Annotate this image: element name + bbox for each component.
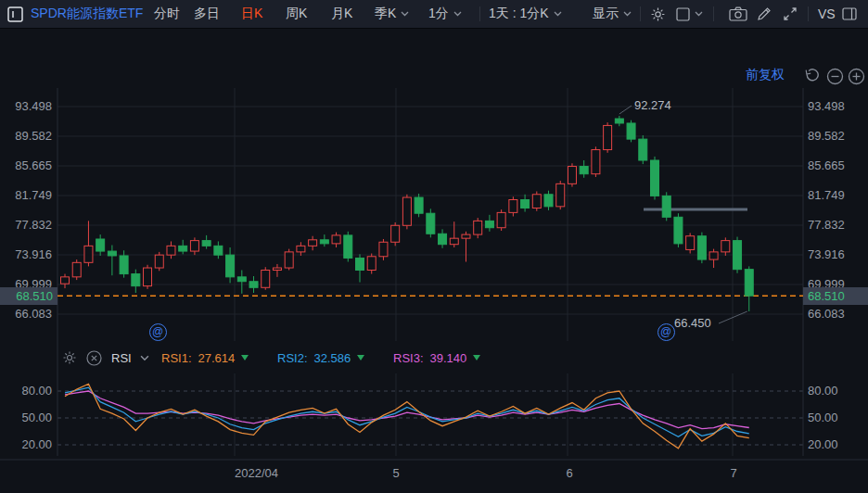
camera-screenshot-icon[interactable] <box>729 0 747 28</box>
rsi3-label: RSI3: <box>393 351 424 365</box>
y-axis-label: 93.498 <box>0 99 52 114</box>
toolbar-divider <box>808 6 809 21</box>
y-axis-label: 93.498 <box>808 99 845 114</box>
rsi1-label: RSI1: <box>161 351 192 365</box>
y-axis-label: 81.749 <box>808 188 845 203</box>
toolbar-divider <box>640 6 641 21</box>
rsi-axis-label: 50.00 <box>0 411 52 425</box>
y-axis-label: 85.665 <box>0 158 52 173</box>
chevron-down-icon <box>401 11 409 17</box>
rsi-axis-label: 20.00 <box>808 437 838 452</box>
y-axis-label: 73.916 <box>808 247 845 262</box>
y-axis-label: 73.916 <box>0 247 52 262</box>
rsi2-value: 32.586 <box>314 351 351 365</box>
toolbar-divider <box>479 6 480 21</box>
chevron-down-icon[interactable] <box>140 347 149 369</box>
rsi1-value: 27.614 <box>198 351 236 365</box>
tab-daily-k[interactable]: 日K <box>241 0 262 28</box>
zoom-out-icon[interactable] <box>825 67 844 85</box>
adjust-mode-selector[interactable]: 前复权 <box>746 67 785 83</box>
tab-intraday[interactable]: 分时 <box>154 0 180 28</box>
x-axis-label: 5 <box>392 466 399 480</box>
tab-weekly-k[interactable]: 周K <box>286 0 307 28</box>
rsi-close-icon[interactable] <box>86 347 102 369</box>
rsi-indicator-name[interactable]: RSI <box>111 347 132 369</box>
rsi2-readout: RSI2: 32.586 <box>277 347 364 369</box>
undo-icon[interactable] <box>801 67 820 85</box>
low-price-annotation: 66.450 <box>674 316 711 330</box>
chevron-down-icon <box>623 11 632 17</box>
display-menu-label: 显示 <box>593 6 619 22</box>
triangle-down-icon <box>473 355 480 360</box>
display-menu[interactable]: 显示 <box>593 0 632 28</box>
rsi-axis-label: 80.00 <box>0 384 52 398</box>
y-axis-label: 81.749 <box>0 188 52 203</box>
linked-period-label: 1天 : 1分K <box>489 6 549 22</box>
y-axis-label: 77.832 <box>0 218 52 233</box>
chevron-down-icon <box>453 11 462 17</box>
rsi1-readout: RSI1: 27.614 <box>161 347 249 369</box>
side-panel-toggle-icon[interactable] <box>842 0 857 28</box>
zoom-in-icon[interactable] <box>847 67 865 85</box>
y-axis-label: 85.665 <box>808 158 845 173</box>
high-price-annotation: 92.274 <box>634 98 671 112</box>
fullscreen-expand-icon[interactable] <box>783 0 798 28</box>
x-axis-label: 7 <box>730 466 736 480</box>
tab-quarterly-k[interactable]: 季K <box>375 0 409 28</box>
chevron-down-icon <box>695 11 703 17</box>
tab-monthly-k[interactable]: 月K <box>331 0 352 28</box>
y-axis-label: 66.083 <box>808 307 845 322</box>
x-axis-label: 6 <box>566 466 572 480</box>
triangle-down-icon <box>241 355 249 360</box>
chart-layout-icon[interactable] <box>676 0 703 28</box>
event-marker-icon[interactable]: @ <box>149 323 167 341</box>
chart-plot-area[interactable] <box>57 88 803 341</box>
y-axis-label: 66.083 <box>0 307 52 322</box>
symbol-title[interactable]: SPDR能源指数ETF <box>31 0 143 28</box>
current-price-label-right: 68.510 <box>803 287 868 305</box>
rsi2-label: RSI2: <box>277 351 308 365</box>
chevron-down-icon <box>554 11 562 17</box>
vs-compare-button[interactable]: VS <box>818 0 836 28</box>
y-axis-label: 77.832 <box>808 218 845 233</box>
event-marker-icon[interactable]: @ <box>657 323 675 341</box>
triangle-down-icon <box>357 355 364 360</box>
rsi3-readout: RSI3: 39.140 <box>393 347 480 369</box>
tab-minute-period-label: 1分 <box>428 6 449 22</box>
rsi-axis-label: 50.00 <box>808 411 838 425</box>
y-axis-label: 89.582 <box>808 129 845 144</box>
settings-gear-icon[interactable] <box>650 0 666 28</box>
toolbar-divider <box>713 6 714 21</box>
top-toolbar: SPDR能源指数ETF 分时 多日 日K 周K 月K 季K 1分 1天 : 1分… <box>0 0 868 29</box>
y-axis-label: 89.582 <box>0 129 52 144</box>
rsi-axis-label: 20.00 <box>0 437 52 452</box>
window-layout-icon[interactable] <box>7 0 23 28</box>
linked-period-selector[interactable]: 1天 : 1分K <box>489 0 562 28</box>
x-axis-label: 2022/04 <box>235 466 278 480</box>
current-price-label-left: 68.510 <box>0 287 57 305</box>
tab-minute-period[interactable]: 1分 <box>428 0 462 28</box>
rsi-settings-gear-icon[interactable] <box>62 347 77 369</box>
tab-multiday[interactable]: 多日 <box>194 0 220 28</box>
rsi3-value: 39.140 <box>430 351 467 365</box>
pencil-draw-icon[interactable] <box>757 0 772 28</box>
rsi-axis-label: 80.00 <box>808 384 838 398</box>
tab-quarterly-k-label: 季K <box>375 6 396 22</box>
